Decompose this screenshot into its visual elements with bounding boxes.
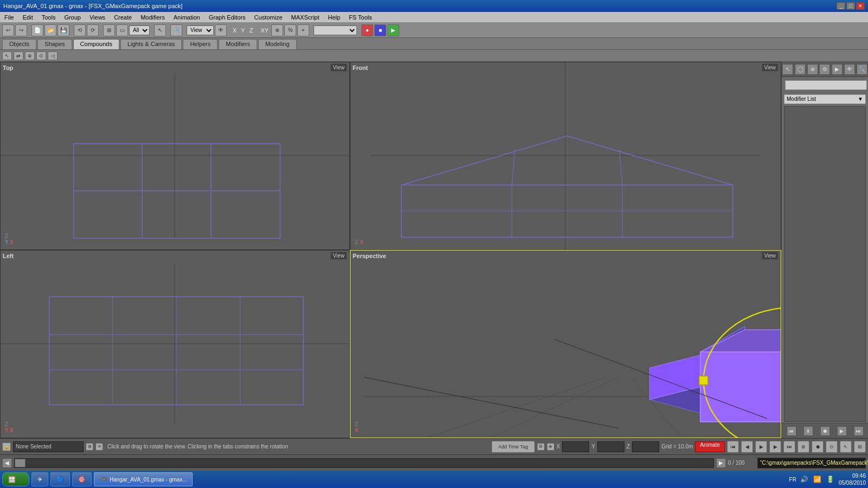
close-btn[interactable]: ✕: [856, 2, 865, 10]
sub-btn-4[interactable]: ⊙: [36, 52, 46, 60]
viewport-top-view[interactable]: View: [330, 63, 348, 72]
tab-helpers[interactable]: Helpers: [183, 39, 218, 49]
menu-fs-tools[interactable]: FS Tools: [344, 12, 376, 23]
select-obj-btn[interactable]: ↖: [154, 24, 166, 36]
sub-btn-3[interactable]: ⊕: [25, 52, 35, 60]
pb-next[interactable]: ▶: [769, 441, 781, 453]
status-icon-key[interactable]: ⚙: [537, 443, 545, 451]
link-btn[interactable]: 🔗: [170, 24, 182, 36]
render-btn1[interactable]: ●: [361, 24, 373, 36]
viewport-front[interactable]: Front View: [350, 62, 781, 250]
viewport-top[interactable]: Top View: [0, 62, 350, 250]
pb-prev[interactable]: ◀: [741, 441, 753, 453]
animate-btn[interactable]: Animate: [695, 441, 725, 452]
tab-objects[interactable]: Objects: [2, 39, 36, 49]
menu-graph-editors[interactable]: Graph Editors: [205, 12, 250, 23]
undo-scene-btn[interactable]: ⟲: [74, 24, 86, 36]
select-filter[interactable]: All: [129, 25, 150, 35]
render-btn2[interactable]: ■: [374, 24, 386, 36]
menu-modifiers[interactable]: Modifiers: [136, 12, 169, 23]
pb-play[interactable]: ▶: [755, 441, 767, 453]
new-scene-btn[interactable]: 📄: [31, 24, 43, 36]
menu-file[interactable]: File: [0, 12, 18, 23]
menu-customize[interactable]: Customize: [250, 12, 287, 23]
pb-icon1[interactable]: ⊕: [797, 441, 809, 453]
rp-icon-forward[interactable]: ⏭: [854, 426, 864, 436]
open-btn[interactable]: 📂: [44, 24, 56, 36]
y-coord-input[interactable]: [597, 441, 624, 452]
select-all-btn[interactable]: ⊞: [103, 24, 115, 36]
render-btn3[interactable]: ▶: [387, 24, 399, 36]
rp-tab-cursor[interactable]: ↖: [782, 64, 793, 75]
time-thumb[interactable]: [15, 459, 25, 467]
rp-tab-utility[interactable]: 🔧: [857, 64, 867, 75]
snap-btn2[interactable]: %: [284, 24, 296, 36]
rp-tab-hierarchy[interactable]: ⚙: [819, 64, 830, 75]
status-icon-snap[interactable]: ⊕: [547, 443, 554, 451]
time-slider[interactable]: [14, 458, 714, 468]
pb-icon5[interactable]: ⊞: [854, 441, 866, 453]
lock-icon[interactable]: 🔒: [2, 442, 11, 451]
snap-btn3[interactable]: ⌖: [297, 24, 309, 36]
time-prev-btn[interactable]: ◀: [2, 458, 12, 468]
menu-tools[interactable]: Tools: [37, 12, 60, 23]
tab-modeling[interactable]: Modeling: [258, 39, 297, 49]
network-icon[interactable]: 📶: [813, 474, 822, 484]
rp-icon-back[interactable]: ⏮: [787, 426, 796, 436]
taskbar-app-yellow[interactable]: 🎯: [72, 472, 92, 486]
rp-tab-motion[interactable]: ▶: [832, 64, 843, 75]
rp-tab-display[interactable]: 👁: [844, 64, 855, 75]
viewport-front-view[interactable]: View: [762, 63, 779, 72]
rp-tab-modifier[interactable]: ⊕: [807, 64, 818, 75]
menu-help[interactable]: Help: [324, 12, 345, 23]
taskbar-app-explorer[interactable]: ✈: [31, 472, 48, 486]
volume-icon[interactable]: 🔊: [800, 474, 809, 484]
undo-btn[interactable]: ↩: [2, 24, 14, 36]
viewport-left-view[interactable]: View: [330, 252, 348, 260]
pb-icon2[interactable]: ⏺: [812, 441, 824, 453]
sub-btn-5[interactable]: ◁: [48, 52, 58, 60]
z-coord-input[interactable]: [632, 441, 659, 452]
pb-icon4[interactable]: ↖: [840, 441, 852, 453]
rp-icon-record[interactable]: ⏺: [820, 426, 830, 436]
modifier-search-input[interactable]: [785, 80, 867, 90]
taskbar-gmax-active[interactable]: 🎮 Hangar_AVA_01.gmax - gmax...: [94, 472, 193, 486]
rp-tab-shape[interactable]: ◯: [795, 64, 806, 75]
pb-icon3[interactable]: ⊙: [826, 441, 838, 453]
taskbar-app-chrome[interactable]: 🔵: [50, 472, 70, 486]
view-mode-btn[interactable]: 👁: [215, 24, 227, 36]
viewport-perspective[interactable]: Perspective View: [350, 250, 781, 438]
sub-btn-1[interactable]: ↖: [2, 52, 12, 60]
maximize-btn[interactable]: □: [846, 2, 855, 10]
menu-group[interactable]: Group: [60, 12, 85, 23]
tab-compounds[interactable]: Compounds: [73, 39, 119, 49]
menu-views[interactable]: Views: [85, 12, 110, 23]
sub-btn-2[interactable]: ⇄: [14, 52, 23, 60]
status-icon2[interactable]: ✕: [95, 443, 103, 451]
start-button[interactable]: 🪟: [2, 472, 29, 486]
rp-icon-pause[interactable]: ⏸: [803, 426, 813, 436]
select-box-btn[interactable]: ▭: [116, 24, 128, 36]
battery-icon[interactable]: 🔋: [826, 474, 835, 484]
render-select[interactable]: [314, 25, 357, 35]
menu-edit[interactable]: Edit: [18, 12, 37, 23]
redo-btn[interactable]: ↪: [15, 24, 27, 36]
time-next-btn[interactable]: ▶: [716, 458, 726, 468]
x-coord-input[interactable]: [562, 441, 589, 452]
tab-modifiers[interactable]: Modifiers: [219, 39, 257, 49]
minimize-btn[interactable]: _: [837, 2, 845, 10]
rp-icon-play[interactable]: ▶: [837, 426, 847, 436]
pb-end[interactable]: ⏭: [783, 441, 795, 453]
status-icon1[interactable]: ⊞: [86, 443, 93, 451]
viewport-left[interactable]: Left View Z Y X: [0, 250, 350, 438]
snap-btn1[interactable]: ⊕: [271, 24, 283, 36]
save-btn[interactable]: 💾: [58, 24, 69, 36]
menu-create[interactable]: Create: [110, 12, 136, 23]
viewport-perspective-view[interactable]: View: [762, 252, 779, 260]
view-select[interactable]: View: [187, 25, 214, 35]
redo-scene-btn[interactable]: ⟳: [87, 24, 99, 36]
menu-animation[interactable]: Animation: [169, 12, 205, 23]
add-time-tag-btn[interactable]: Add Time Tag: [492, 441, 535, 453]
tab-shapes[interactable]: Shapes: [37, 39, 72, 49]
modifier-list-dropdown[interactable]: Modifier List ▼: [784, 94, 866, 104]
